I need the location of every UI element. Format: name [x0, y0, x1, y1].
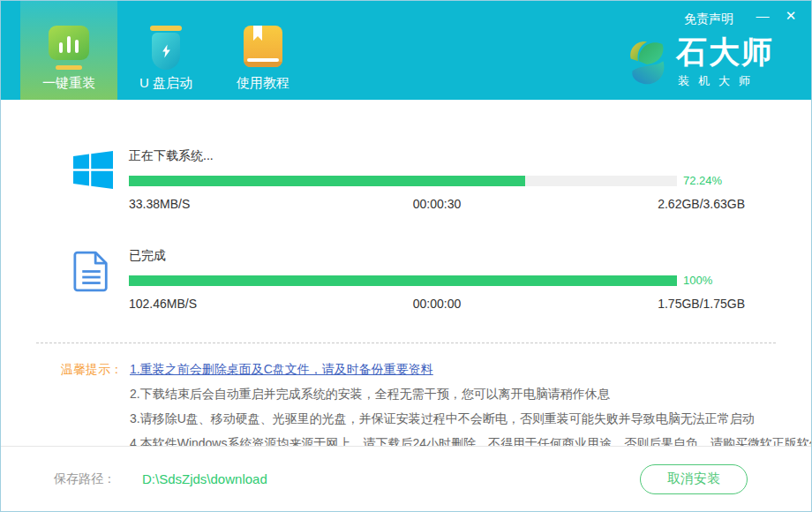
- download-stats: 102.46MB/S 00:00:00 1.75GB/1.75GB: [129, 297, 745, 311]
- tip-item-2: 2.下载结束后会自动重启并完成系统的安装，全程无需干预，您可以离开电脑请稍作休息: [130, 381, 812, 406]
- lightning-icon: [161, 42, 172, 60]
- progress-fill: [129, 176, 525, 186]
- tab-label: U 盘启动: [139, 75, 192, 92]
- download-time: 00:00:00: [335, 297, 540, 311]
- tab-tutorial[interactable]: 使用教程: [214, 1, 312, 100]
- progress-row: 100%: [129, 274, 745, 287]
- brand-subtitle: 装机大师: [676, 73, 774, 89]
- brand-logo: 石大师 装机大师: [628, 36, 774, 89]
- progress-bar: [129, 176, 677, 186]
- minimize-button[interactable]: —: [753, 6, 772, 26]
- download-size: 1.75GB/1.75GB: [539, 297, 745, 311]
- download-group-pe: 已完成 100% 102.46MB/S 00:00:00 1.75GB/1.75…: [73, 248, 745, 311]
- tab-label: 使用教程: [237, 75, 289, 92]
- app-window: 一键重装 U 盘启动: [0, 0, 812, 512]
- tips-label: 温馨提示：: [61, 357, 130, 456]
- download-time: 00:00:30: [335, 197, 540, 211]
- brand-text: 石大师 装机大师: [676, 36, 774, 89]
- download-group-system: 正在下载系统... 72.24% 33.38MB/S 00:00:30 2.62…: [73, 148, 745, 211]
- footer-bar: 保存路径： D:\SdsZjds\download 取消安装: [1, 446, 811, 511]
- disclaimer-link[interactable]: 免责声明: [684, 11, 733, 27]
- download-body: 已完成 100% 102.46MB/S 00:00:00 1.75GB/1.75…: [129, 248, 745, 311]
- icon-underline: [56, 65, 82, 70]
- save-path-value[interactable]: D:\SdsZjds\download: [142, 471, 267, 486]
- tab-usb-boot[interactable]: U 盘启动: [117, 1, 214, 100]
- book-icon: [244, 26, 282, 75]
- usb-shield-icon: [150, 26, 182, 75]
- save-path-label: 保存路径：: [54, 471, 116, 487]
- tips-section: 温馨提示： 1.重装之前会删除桌面及C盘文件，请及时备份重要资料 2.下载结束后…: [61, 357, 776, 456]
- tab-label: 一键重装: [42, 75, 95, 92]
- cancel-install-button[interactable]: 取消安装: [640, 464, 748, 494]
- download-title: 已完成: [129, 248, 745, 264]
- tip-item-3: 3.请移除U盘、移动硬盘、光驱里的光盘，并保证安装过程中不会断电，否则重装可能失…: [130, 406, 812, 431]
- progress-percent: 100%: [683, 274, 745, 287]
- progress-fill: [129, 275, 677, 286]
- progress-percent: 72.24%: [683, 174, 745, 187]
- bookmark-icon: [253, 26, 262, 41]
- progress-row: 72.24%: [129, 174, 745, 187]
- chart-icon: [49, 26, 89, 75]
- tips-list: 1.重装之前会删除桌面及C盘文件，请及时备份重要资料 2.下载结束后会自动重启并…: [130, 357, 812, 456]
- tip-item-1: 1.重装之前会删除桌面及C盘文件，请及时备份重要资料: [130, 357, 812, 381]
- tab-bar: 一键重装 U 盘启动: [20, 1, 312, 100]
- progress-bar: [129, 275, 677, 286]
- windows-logo-icon: [73, 148, 114, 211]
- brand-name: 石大师: [676, 36, 774, 67]
- header: 一键重装 U 盘启动: [1, 1, 811, 100]
- dashed-divider: [36, 343, 776, 343]
- download-title: 正在下载系统...: [129, 148, 745, 164]
- download-body: 正在下载系统... 72.24% 33.38MB/S 00:00:30 2.62…: [129, 148, 745, 211]
- download-speed: 33.38MB/S: [129, 197, 335, 211]
- document-icon: [73, 248, 114, 311]
- tab-one-key-reinstall[interactable]: 一键重装: [20, 1, 117, 100]
- download-size: 2.62GB/3.63GB: [539, 197, 745, 211]
- download-stats: 33.38MB/S 00:00:30 2.62GB/3.63GB: [129, 197, 745, 211]
- download-speed: 102.46MB/S: [129, 297, 335, 311]
- close-button[interactable]: ✕: [781, 6, 801, 26]
- brand-swirl-icon: [628, 38, 667, 89]
